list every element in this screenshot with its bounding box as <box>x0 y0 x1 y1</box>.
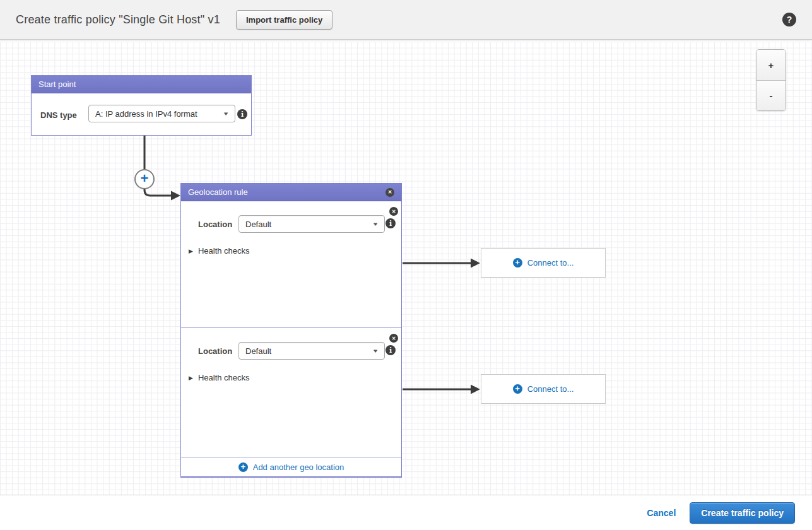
health-checks-label-2: Health checks <box>198 373 250 382</box>
connect-to-box-2[interactable]: + Connect to... <box>481 374 606 404</box>
create-traffic-policy-button[interactable]: Create traffic policy <box>690 502 795 524</box>
location-2-label: Location <box>198 346 232 356</box>
dns-type-select[interactable]: A: IP address in IPv4 format ▼ <box>88 105 235 122</box>
location-2-select[interactable]: Default ▼ <box>238 342 385 360</box>
health-checks-label-1: Health checks <box>198 246 250 256</box>
canvas-zoom-control: + - <box>756 49 786 111</box>
connect-to-label-1: Connect to... <box>527 258 574 268</box>
start-point-node: Start point DNS type A: IP address in IP… <box>31 75 252 136</box>
plus-icon: + <box>513 384 522 394</box>
remove-rule-close-icon[interactable]: ✕ <box>385 188 394 197</box>
page-title: Create traffic policy "Single Git Host" … <box>16 13 220 26</box>
zoom-in-button[interactable]: + <box>756 50 786 80</box>
bottom-action-bar: Cancel Create traffic policy <box>0 496 812 530</box>
health-checks-toggle-2[interactable]: ▶ Health checks <box>189 373 250 382</box>
add-geo-location-label: Add another geo location <box>253 462 344 472</box>
chevron-down-icon: ▼ <box>222 111 229 117</box>
policy-canvas: + - Start point DNS type A: IP address i… <box>0 42 812 495</box>
location-2-selected-value: Default <box>245 346 368 356</box>
add-branch-plus-icon[interactable]: + <box>134 169 155 189</box>
plus-icon: + <box>513 258 522 268</box>
geo-location-section-2: ✕ Location Default ▼ i ▶ Health checks <box>181 327 401 457</box>
location-2-info-icon[interactable]: i <box>385 345 396 355</box>
dns-type-selected-value: A: IP address in IPv4 format <box>95 109 218 119</box>
cancel-button[interactable]: Cancel <box>647 508 676 518</box>
chevron-down-icon: ▼ <box>372 348 379 354</box>
remove-location-2-close-icon[interactable]: ✕ <box>389 334 398 343</box>
start-point-header: Start point <box>32 76 251 93</box>
remove-location-1-close-icon[interactable]: ✕ <box>389 207 398 216</box>
add-geo-location-button[interactable]: + Add another geo location <box>181 457 401 477</box>
chevron-down-icon: ▼ <box>372 221 379 227</box>
import-traffic-policy-button[interactable]: Import traffic policy <box>236 10 332 30</box>
connect-to-box-1[interactable]: + Connect to... <box>481 248 606 278</box>
dns-type-label: DNS type <box>40 110 77 120</box>
help-icon[interactable]: ? <box>782 13 796 26</box>
disclosure-triangle-icon: ▶ <box>189 248 193 254</box>
geolocation-rule-title: Geolocation rule <box>188 187 385 197</box>
location-1-label: Location <box>198 220 232 229</box>
location-1-select[interactable]: Default ▼ <box>238 215 385 233</box>
start-point-title: Start point <box>38 80 244 89</box>
dns-type-row: DNS type A: IP address in IPv4 format ▼ … <box>32 93 251 153</box>
dns-type-info-icon[interactable]: i <box>237 109 247 119</box>
top-header-bar: Create traffic policy "Single Git Host" … <box>0 0 812 40</box>
disclosure-triangle-icon: ▶ <box>189 375 193 381</box>
geolocation-rule-header: Geolocation rule ✕ <box>181 184 401 201</box>
connect-to-label-2: Connect to... <box>527 384 574 394</box>
health-checks-toggle-1[interactable]: ▶ Health checks <box>189 246 250 256</box>
geolocation-rule-node: Geolocation rule ✕ ✕ Location Default ▼ … <box>180 183 402 478</box>
location-1-info-icon[interactable]: i <box>385 218 396 228</box>
zoom-out-button[interactable]: - <box>756 80 786 110</box>
geo-location-section-1: ✕ Location Default ▼ i ▶ Health checks <box>181 201 401 327</box>
location-1-selected-value: Default <box>245 220 368 229</box>
plus-icon: + <box>238 462 248 472</box>
